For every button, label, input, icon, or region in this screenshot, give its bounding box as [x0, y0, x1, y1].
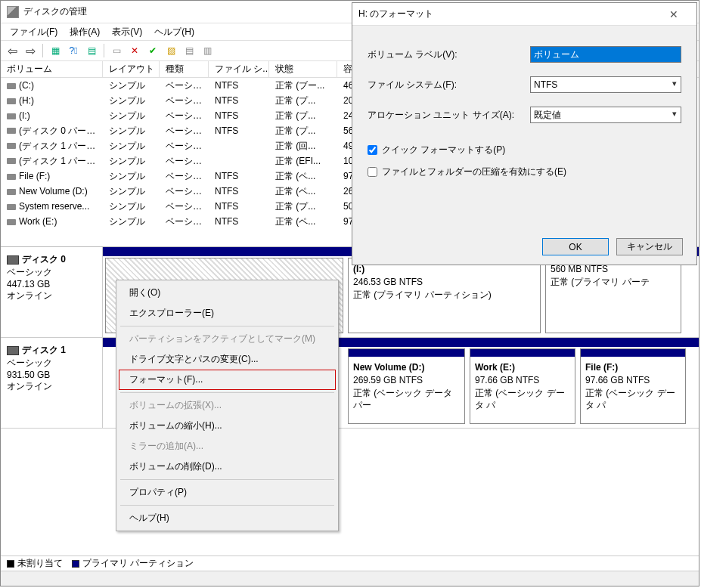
menu-view[interactable]: 表示(V) — [106, 24, 148, 40]
app-icon — [7, 6, 19, 18]
allocation-unit-select[interactable]: 既定値 — [530, 107, 681, 123]
menu-separator — [120, 326, 334, 326]
volume-cell — [209, 160, 269, 162]
volume-cell: (H:) — [1, 94, 103, 107]
toolbar-icon-4[interactable]: ▧ — [163, 42, 179, 59]
volume-cell: (ディスク 1 パーテ... — [1, 139, 103, 153]
volume-cell: 正常 (プ... — [269, 200, 337, 214]
volume-cell: シンプル — [103, 94, 160, 108]
filesystem-label: ファイル システム(F): — [368, 79, 530, 91]
format-dialog: H: のフォーマット ✕ ボリューム ラベル(V): ファイル システム(F):… — [352, 2, 697, 265]
toolbar-separator — [42, 44, 43, 57]
menu-item[interactable]: エクスプローラー(E) — [119, 303, 336, 323]
col-volume[interactable]: ボリューム — [1, 61, 103, 77]
col-fs[interactable]: ファイル シ... — [209, 61, 269, 77]
volume-cell: 正常 (ペ... — [269, 215, 337, 229]
volume-cell: (I:) — [1, 110, 103, 122]
quick-format-checkbox[interactable] — [368, 145, 377, 155]
toolbar-icon-6[interactable]: ▥ — [199, 42, 216, 59]
menu-item[interactable]: プロパティ(P) — [119, 482, 336, 503]
cancel-button[interactable]: キャンセル — [616, 238, 683, 255]
disk-icon — [7, 346, 19, 355]
volume-cell: ベーシック — [160, 215, 209, 229]
partition-f[interactable]: File (F:) 97.66 GB NTFS 正常 (ベーシック データ パ — [580, 348, 686, 424]
volume-cell: ベーシック — [160, 124, 209, 138]
menu-item[interactable]: ヘルプ(H) — [119, 508, 336, 528]
menu-item[interactable]: ドライブ文字とパスの変更(C)... — [119, 349, 336, 370]
volume-cell: NTFS — [209, 125, 269, 137]
volume-cell — [209, 145, 269, 147]
volume-cell: 正常 (プ... — [269, 124, 337, 138]
volume-cell: シンプル — [103, 215, 160, 229]
ok-button[interactable]: OK — [542, 238, 609, 255]
compression-checkbox[interactable] — [368, 167, 377, 177]
col-status[interactable]: 状態 — [269, 61, 337, 77]
menu-separator — [120, 505, 334, 506]
toolbar-icon-2[interactable]: ▤ — [83, 42, 100, 59]
volume-cell: (ディスク 1 パーテ... — [1, 154, 103, 169]
menu-item[interactable]: 開く(O) — [119, 283, 336, 303]
menu-item[interactable]: フォーマット(F)... — [119, 370, 336, 390]
menu-file[interactable]: ファイル(F) — [4, 24, 64, 40]
col-type[interactable]: 種類 — [160, 61, 209, 77]
toolbar-icon-5[interactable]: ▤ — [181, 42, 197, 59]
volume-cell: ベーシック — [160, 109, 209, 123]
quick-format-label: クイック フォーマットする(P) — [382, 144, 505, 156]
disk-label-1[interactable]: ディスク 1 ベーシック 931.50 GB オンライン — [1, 338, 103, 428]
volume-cell: NTFS — [209, 79, 269, 91]
volume-cell: 正常 (ブー... — [269, 79, 337, 93]
partition-e[interactable]: Work (E:) 97.66 GB NTFS 正常 (ベーシック データ パ — [470, 348, 575, 424]
volume-cell: NTFS — [209, 110, 269, 122]
disk-label-0[interactable]: ディスク 0 ベーシック 447.13 GB オンライン — [1, 247, 103, 337]
compression-label: ファイルとフォルダーの圧縮を有効にする(E) — [382, 166, 566, 178]
volume-label-label: ボリューム ラベル(V): — [368, 48, 530, 61]
partition-title: (I:) — [353, 264, 364, 274]
legend-primary-label: プライマリ パーティション — [82, 557, 194, 570]
toolbar-icon-3[interactable]: ▭ — [108, 42, 125, 59]
volume-cell: 正常 (ペ... — [269, 184, 337, 199]
allocation-unit-label: アロケーション ユニット サイズ(A): — [368, 109, 530, 122]
volume-cell: ベーシック — [160, 169, 209, 184]
volume-cell: NTFS — [209, 200, 269, 212]
volume-cell: (C:) — [1, 79, 103, 91]
volume-cell: ベーシック — [160, 94, 209, 108]
volume-cell: (ディスク 0 パーテ... — [1, 124, 103, 138]
back-button[interactable]: ⇦ — [4, 42, 20, 59]
volume-cell: NTFS — [209, 94, 269, 107]
volume-cell: 正常 (回... — [269, 139, 337, 153]
dialog-close-button[interactable]: ✕ — [656, 4, 690, 25]
volume-cell: NTFS — [209, 215, 269, 227]
volume-cell: シンプル — [103, 154, 160, 169]
volume-cell: シンプル — [103, 169, 160, 184]
forward-button[interactable]: ⇨ — [22, 42, 39, 59]
legend-unallocated-swatch — [7, 560, 14, 568]
volume-cell: File (F:) — [1, 170, 103, 182]
menu-action[interactable]: 操作(A) — [64, 24, 106, 40]
col-layout[interactable]: レイアウト — [103, 61, 160, 77]
context-menu: 開く(O)エクスプローラー(E)パーティションをアクティブとしてマーク(M)ドラ… — [116, 280, 339, 531]
menu-item[interactable]: ボリュームの縮小(H)... — [119, 416, 336, 436]
menu-item: ミラーの追加(A)... — [119, 436, 336, 456]
legend-primary-swatch — [72, 560, 79, 568]
help-icon[interactable]: ?⃞ — [65, 42, 82, 59]
volume-cell: ベーシック — [160, 200, 209, 214]
volume-cell: Work (E:) — [1, 215, 103, 227]
volume-cell: シンプル — [103, 124, 160, 138]
dialog-title: H: のフォーマット — [358, 8, 656, 20]
menu-help[interactable]: ヘルプ(H) — [148, 24, 200, 40]
volume-cell: 正常 (EFI... — [269, 154, 337, 169]
delete-icon[interactable]: ✕ — [126, 42, 143, 59]
menu-separator — [120, 392, 334, 393]
partition-d[interactable]: New Volume (D:) 269.59 GB NTFS 正常 (ベーシック… — [348, 348, 465, 424]
menu-item: ボリュームの拡張(X)... — [119, 395, 336, 416]
menu-item[interactable]: ボリュームの削除(D)... — [119, 456, 336, 477]
partition-i[interactable]: (I:) 246.53 GB NTFS 正常 (プライマリ パーティション) — [348, 258, 541, 333]
partition-560mb[interactable]: 560 MB NTFS 正常 (プライマリ パーテ — [545, 258, 681, 333]
volume-label-input[interactable] — [530, 46, 681, 63]
legend-unallocated-label: 未割り当て — [17, 557, 63, 570]
check-icon[interactable]: ✔ — [144, 42, 161, 59]
volume-cell: シンプル — [103, 109, 160, 123]
toolbar-icon-1[interactable]: ▦ — [47, 42, 64, 59]
volume-cell: System reserve... — [1, 200, 103, 212]
filesystem-select[interactable]: NTFS — [530, 76, 681, 93]
